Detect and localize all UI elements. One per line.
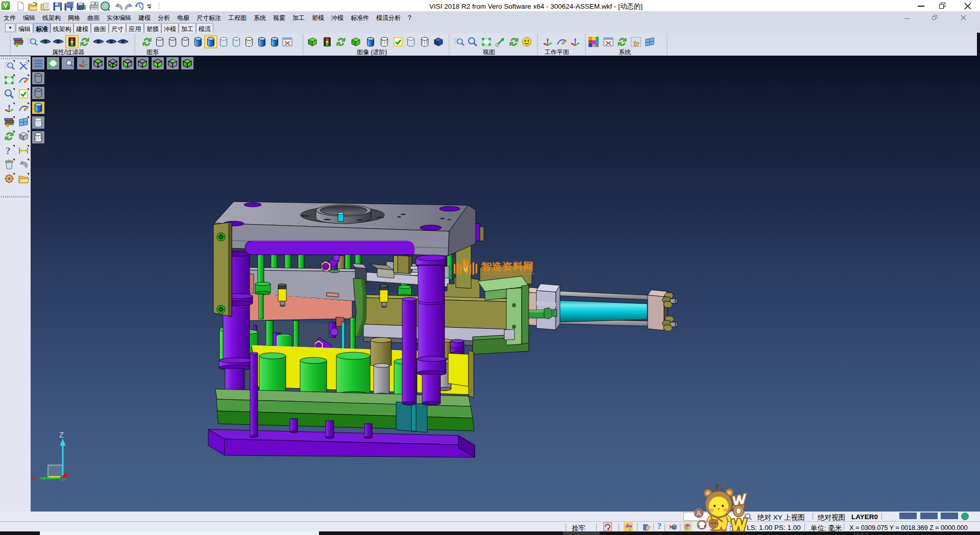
- svg-text:Z: Z: [59, 431, 64, 439]
- svg-text:A: A: [697, 509, 701, 517]
- svg-text:Y: Y: [31, 474, 36, 483]
- svg-text:INTELLIGENT MANUFACTURING DATA: INTELLIGENT MANUFACTURING DATA: [482, 272, 534, 275]
- svg-text:智造资料网: 智造资料网: [481, 261, 534, 272]
